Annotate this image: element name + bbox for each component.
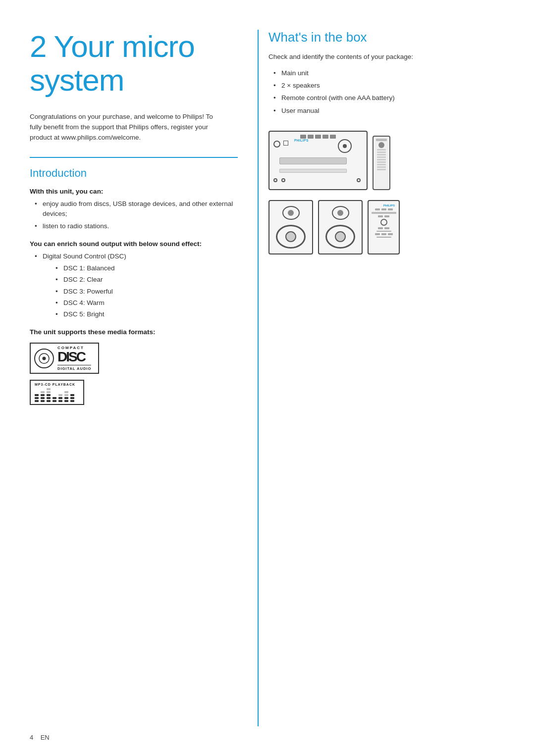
page-footer: 4 EN [30, 734, 50, 741]
svg-point-2 [43, 356, 46, 360]
tweeter [282, 206, 300, 220]
sound-label: You can enrich sound output with below s… [30, 240, 238, 248]
list-item: DSC 4: Warm [55, 298, 238, 308]
cd-slot [279, 157, 347, 164]
brand-label: PHILIPS [294, 139, 309, 142]
with-unit-list: enjoy audio from discs, USB storage devi… [30, 199, 238, 231]
remote-box-illustration: PHILIPS [368, 200, 400, 254]
page: 2 Your micro system Congratulations on y… [0, 0, 535, 756]
intro-paragraph: Congratulations on your purchase, and we… [30, 112, 213, 143]
list-item: Digital Sound Control (DSC) DSC 1: Balan… [35, 252, 238, 320]
indicator-dot3 [357, 178, 361, 182]
list-item: Main unit [273, 68, 505, 78]
power-knob [273, 141, 280, 148]
speaker-left-illustration [268, 200, 313, 254]
list-item: User manual [273, 106, 505, 116]
section-divider [30, 157, 238, 158]
list-item: DSC 2: Clear [55, 275, 238, 285]
tweeter [332, 206, 349, 220]
mp3-visual [35, 388, 79, 402]
usb-slot [279, 169, 347, 173]
media-logos: COMPACT DISC DIGITAL AUDIO MP3-CD PLAYBA… [30, 343, 238, 405]
media-formats-label: The unit supports these media formats: [30, 328, 238, 336]
cd-logo: COMPACT DISC DIGITAL AUDIO [30, 343, 99, 374]
left-column: 2 Your micro system Congratulations on y… [30, 30, 238, 726]
list-item: Remote control (with one AAA battery) [273, 93, 505, 103]
volume-knob [338, 139, 352, 153]
main-unit-row: PHILIPS [268, 131, 390, 190]
speakers-row: PHILIPS [268, 200, 400, 254]
main-unit-illustration: PHILIPS [268, 131, 368, 190]
list-item: DSC 5: Bright [55, 309, 238, 319]
list-item: DSC 1: Balanced [55, 263, 238, 273]
woofer [325, 225, 355, 249]
list-item: 2 × speakers [273, 81, 505, 91]
indicator-dot [273, 178, 277, 182]
chapter-title: 2 Your micro system [30, 30, 238, 97]
small-knob [283, 141, 288, 146]
remote-brand-label: PHILIPS [383, 204, 395, 207]
sound-list: Digital Sound Control (DSC) DSC 1: Balan… [30, 252, 238, 320]
speaker-right-illustration [318, 200, 363, 254]
list-item: DSC 3: Powerful [55, 287, 238, 297]
box-description: Check and identify the contents of your … [268, 52, 505, 62]
mp3-logo: MP3-CD PLAYBACK [30, 380, 84, 405]
list-item: enjoy audio from discs, USB storage devi… [35, 199, 238, 219]
box-list: Main unit 2 × speakers Remote control (w… [268, 68, 505, 116]
woofer [276, 225, 306, 249]
right-column: What's in the box Check and identify the… [258, 30, 505, 726]
remote-control-illustration [373, 136, 390, 190]
whats-in-box-heading: What's in the box [268, 30, 505, 45]
cd-text-block: COMPACT DISC DIGITAL AUDIO [57, 346, 91, 371]
introduction-heading: Introduction [30, 167, 238, 180]
product-illustrations: PHILIPS [268, 131, 505, 254]
with-unit-label: With this unit, you can: [30, 188, 238, 195]
remote-circle-btn [380, 219, 387, 226]
cd-disc-icon [34, 348, 54, 369]
list-item: listen to radio stations. [35, 221, 238, 231]
dsc-sub-list: DSC 1: Balanced DSC 2: Clear DSC 3: Powe… [43, 263, 238, 319]
vent-slots [300, 135, 336, 139]
indicator-dot2 [281, 178, 285, 182]
